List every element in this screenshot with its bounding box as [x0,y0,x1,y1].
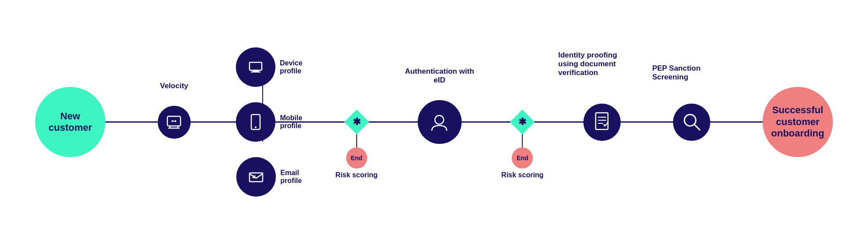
svg-line-17 [694,124,700,130]
device-profile-label: Deviceprofile [280,59,303,75]
successful-onboarding-node: Successfulcustomeronboarding [763,87,833,157]
mobile-profile-circle [236,102,275,142]
auth-eid-label-text: Authentication witheID [405,67,474,84]
pep-sanction-icon [681,111,703,133]
identity-proofing-circle [583,104,621,141]
mobile-profile-icon [249,113,263,131]
mobile-profile-item: Mobileprofile [236,102,302,142]
email-profile-label: Emailprofile [280,169,302,185]
diamond-node-1: ✱ [344,110,369,135]
successful-onboarding-label: Successfulcustomeronboarding [771,104,825,139]
risk-scoring-1-label: Risk scoring [336,171,378,179]
diamond-asterisk-2: ✱ [518,116,526,128]
velocity-node: Velocity [158,106,191,139]
end-label-1: End [351,154,362,161]
svg-point-11 [435,115,444,124]
nodes-row: Newcustomer Velocity [0,47,868,197]
diamond-node-2-wrapper: End Risk scoring ✱ [514,113,531,131]
successful-label-text: Successfulcustomeronboarding [771,104,825,139]
end-label-2: End [517,154,528,161]
auth-eid-node: Authentication witheID [418,100,462,144]
email-profile-item: Emailprofile [236,157,302,197]
new-customer-label: Newcustomer [48,111,92,134]
end-badge-2: End [512,147,533,169]
velocity-circle [158,106,191,139]
profile-group-node: Deviceprofile Mobileprofile [243,47,296,197]
pep-sanction-node: PEP SanctionScreening [673,104,710,141]
risk-scoring-2-label: Risk scoring [501,171,543,179]
svg-rect-4 [250,62,262,70]
diamond-node-2: ✱ [510,110,535,135]
successful-onboarding-circle: Successfulcustomeronboarding [763,87,833,157]
auth-eid-label: Authentication witheID [396,67,484,85]
velocity-icon [166,114,182,130]
risk-scoring-2-group: End Risk scoring [501,134,543,179]
svg-rect-9 [250,173,263,182]
auth-eid-circle [418,100,462,144]
risk-line-2 [522,134,523,147]
email-profile-circle [236,157,276,197]
velocity-label: Velocity [160,82,188,90]
device-profile-circle [236,47,275,87]
new-customer-node: Newcustomer [35,87,105,157]
risk-scoring-1-group: End Risk scoring [336,134,378,179]
identity-proofing-label: Identity proofingusing documentverificat… [558,51,646,77]
identity-proofing-label-text: Identity proofingusing documentverificat… [558,51,617,77]
pep-sanction-circle [673,104,710,141]
new-customer-circle: Newcustomer [35,87,105,157]
pep-sanction-label: PEP SanctionScreening [652,64,731,82]
device-profile-icon [246,58,265,76]
identity-proofing-node: Identity proofingusing documentverificat… [583,104,621,141]
email-profile-icon [247,168,265,186]
end-badge-1: End [346,147,367,169]
diamond-node-1-wrapper: End Risk scoring ✱ [348,113,365,131]
svg-rect-12 [596,113,608,129]
device-profile-item: Deviceprofile [236,47,303,87]
svg-point-8 [255,126,257,128]
mobile-profile-label: Mobileprofile [280,114,302,130]
auth-eid-icon [427,110,452,134]
diamond-asterisk-1: ✱ [353,116,361,128]
pep-sanction-label-text: PEP SanctionScreening [652,64,701,81]
diagram-container: Newcustomer Velocity [0,0,868,244]
identity-proofing-icon [592,111,612,133]
risk-line-1 [356,134,357,147]
